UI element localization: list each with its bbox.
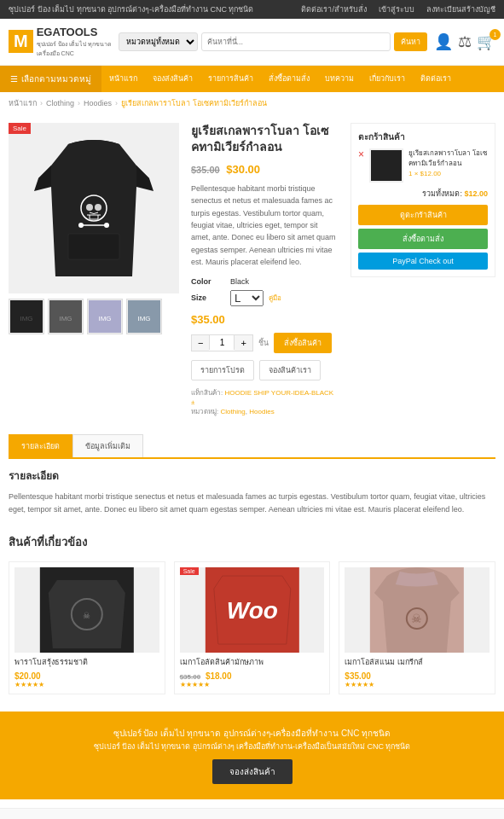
price-1: $20.00 bbox=[14, 671, 41, 681]
action-buttons: รายการโปรด จองสินค้าเรา bbox=[191, 360, 339, 380]
thumb-4[interactable]: IMG bbox=[126, 299, 162, 334]
search-bar: หมวดหมู่ทั้งหมด ค้นหา bbox=[119, 32, 427, 51]
related-item-2: Sale Woo เมกาโอลัดสินค้ามักษภาพ $35.00 $… bbox=[174, 561, 331, 694]
product-price: $35.00 $30.00 bbox=[191, 163, 339, 176]
nav-about[interactable]: เกี่ยวกับเรา bbox=[362, 66, 413, 91]
related-img-2[interactable]: Sale Woo bbox=[180, 567, 325, 653]
related-item-3-name: เมกาโอลัสแนม เมกรีกส์ bbox=[345, 658, 490, 668]
header: M EGATOOLS ซุปเปอร์ ป้อง เต็มไป ทุกขนาดเ… bbox=[0, 19, 504, 66]
related-item-3-price: $35.00 bbox=[345, 671, 490, 681]
qty-decrease[interactable]: − bbox=[192, 335, 209, 351]
nav-products[interactable]: รายการสินค้า bbox=[200, 66, 261, 91]
orig-price-2: $35.00 bbox=[180, 673, 200, 681]
product-title: ยูเรียสเกลพาราโบลา โอเซคทามิเวียร์กำลอน bbox=[191, 123, 339, 156]
breadcrumb-clothing[interactable]: Clothing bbox=[46, 99, 74, 107]
top-bar-text: ซุปเปอร์ ป้อง เต็มไป ทุกขนาด อุปกรณ์ต่าง… bbox=[9, 3, 254, 15]
view-cart-button[interactable]: ดูตะกร้าสินค้า bbox=[358, 205, 488, 225]
related-grid: ☠ พาราโบสรุ้งธรรมชาติ $20.00 ★★★★★ Sale … bbox=[9, 561, 495, 694]
category-select[interactable]: หมวดหมู่ทั้งหมด bbox=[119, 32, 198, 51]
sale-price: $30.00 bbox=[226, 163, 260, 176]
cart-title: ตะกร้าสินค้า bbox=[358, 131, 488, 143]
size-label: Size bbox=[191, 293, 225, 302]
stars-3: ★★★★★ bbox=[345, 681, 490, 688]
related-img-3[interactable]: ☠ bbox=[345, 567, 490, 653]
product-images: Sale bbox=[9, 123, 179, 417]
svg-text:IMG: IMG bbox=[137, 315, 150, 322]
compare-button[interactable]: จองสินค้าเรา bbox=[259, 360, 321, 380]
size-guide-link[interactable]: คู่มือ bbox=[269, 293, 281, 304]
svg-text:☠: ☠ bbox=[412, 612, 423, 625]
paypal-button[interactable]: PayPal Check out bbox=[358, 253, 488, 270]
menu-button[interactable]: ☰ เลือกตามหมวดหมู่ bbox=[0, 66, 101, 92]
nav-items: หน้าแรก จองส่งสินค้า รายการสินค้า สั่งซื… bbox=[101, 66, 504, 91]
nav-custom[interactable]: สั่งซื้อตามสั่ง bbox=[261, 66, 317, 91]
size-select[interactable]: LSMXL bbox=[230, 290, 264, 306]
color-value: Black bbox=[230, 277, 249, 286]
login-link[interactable]: เข้าสู่ระบบ bbox=[379, 3, 414, 15]
qty-increase[interactable]: + bbox=[235, 335, 252, 351]
breadcrumb-hoodies[interactable]: Hoodies bbox=[84, 99, 112, 107]
hamburger-icon: ☰ bbox=[10, 74, 18, 84]
nav-order[interactable]: จองส่งสินค้า bbox=[145, 66, 200, 91]
details-title: รายละเอียด bbox=[9, 468, 495, 484]
nav-home[interactable]: หน้าแรก bbox=[101, 66, 145, 91]
svg-text:IMG: IMG bbox=[20, 315, 32, 322]
cart-icon[interactable]: 🛒 1 bbox=[477, 32, 495, 51]
tab-details[interactable]: รายละเอียด bbox=[9, 434, 72, 457]
tab-content: Pellentesque habitant morbi tristique se… bbox=[9, 491, 495, 517]
tab-additional[interactable]: ข้อมูลเพิ่มเติม bbox=[72, 434, 143, 457]
register-link[interactable]: ลงทะเบียนสร้างบัญชี bbox=[426, 3, 495, 15]
product-info: ยูเรียสเกลพาราโบลา โอเซคทามิเวียร์กำลอน … bbox=[191, 123, 339, 417]
compare-icon[interactable]: ⚖ bbox=[458, 32, 472, 51]
contact-link[interactable]: ติดต่อเรา/สำหรับสั่ง bbox=[301, 3, 367, 15]
related-title: สินค้าที่เกี่ยวข้อง bbox=[9, 533, 495, 551]
related-badge-2: Sale bbox=[180, 567, 199, 575]
product-description: Pellentesque habitant morbi tristique se… bbox=[191, 183, 339, 269]
account-icon[interactable]: 👤 bbox=[434, 32, 453, 51]
logo-letter: M bbox=[9, 30, 33, 53]
cta-banner: ซุปเปอร์ ป้อง เต็มไป ทุกขนาด อุปกรณ์ต่าง… bbox=[0, 712, 504, 799]
main-nav: ☰ เลือกตามหมวดหมู่ หน้าแรก จองส่งสินค้า … bbox=[0, 66, 504, 92]
related-img-1[interactable]: ☠ bbox=[14, 567, 159, 653]
footer: CNC TOOLS SHOP ร้านขายเครื่องมือใหม่ Meg… bbox=[0, 808, 504, 819]
thumb-1[interactable]: IMG bbox=[9, 299, 44, 334]
product-tags: แท็กสินค้า: HOODIE SHIP YOUR-IDEA-BLACK … bbox=[191, 387, 339, 406]
cart-total: รวมทั้งหมด: $12.00 bbox=[358, 188, 488, 200]
cart-item-name: ยูเรียสเกลพาราโบลา โอเซคทามิเวียร์กำลอน bbox=[408, 148, 488, 169]
add-to-cart-button[interactable]: สั่งซื้อสินค้า bbox=[274, 333, 332, 353]
sidebar-cart: ตะกร้าสินค้า × ยูเรียสเกลพาราโบลา โอเซคท… bbox=[350, 123, 495, 417]
svg-rect-15 bbox=[371, 150, 402, 181]
cart-total-value: $12.00 bbox=[464, 189, 488, 198]
price-2: $18.00 bbox=[206, 671, 232, 681]
cart-badge: 1 bbox=[490, 29, 501, 40]
nav-contact[interactable]: ติดต่อเรา bbox=[413, 66, 459, 91]
related-item-2-price: $35.00 $18.00 bbox=[180, 671, 325, 681]
product-categories: หมวดหมู่: Clothing, Hoodies bbox=[191, 406, 339, 417]
wishlist-button[interactable]: รายการโปรด bbox=[191, 360, 254, 380]
search-button[interactable]: ค้นหา bbox=[394, 32, 427, 51]
main-product-image: Sale bbox=[9, 123, 179, 293]
nav-blog[interactable]: บทความ bbox=[317, 66, 362, 91]
svg-text:IMG: IMG bbox=[59, 315, 72, 322]
cta-button[interactable]: จองส่งสินค้า bbox=[212, 759, 293, 784]
order-button[interactable]: สั่งซื้อตามสั่ง bbox=[358, 229, 488, 249]
stars-1: ★★★★★ bbox=[14, 681, 159, 688]
thumb-2[interactable]: IMG bbox=[48, 299, 84, 334]
thumb-3[interactable]: IMG bbox=[87, 299, 123, 334]
cta-text: ซุปเปอร์ ป้อง เต็มไป ทุกขนาด อุปกรณ์ต่าง… bbox=[9, 727, 495, 752]
svg-rect-0 bbox=[68, 234, 119, 259]
qty-input[interactable] bbox=[209, 335, 235, 350]
remove-item-button[interactable]: × bbox=[358, 148, 364, 160]
related-item-1-price: $20.00 bbox=[14, 671, 159, 681]
price-3: $35.00 bbox=[345, 671, 371, 681]
breadcrumb-home[interactable]: หน้าแรก bbox=[9, 97, 37, 109]
svg-point-2 bbox=[86, 204, 93, 211]
svg-point-5 bbox=[78, 223, 84, 228]
cat-hoodies[interactable]: Hoodies bbox=[249, 408, 274, 415]
cart-item-info: ยูเรียสเกลพาราโบลา โอเซคทามิเวียร์กำลอน … bbox=[408, 148, 488, 179]
related-item-3: ☠ เมกาโอลัสแนม เมกรีกส์ $35.00 ★★★★★ bbox=[339, 561, 495, 694]
qty-control: − + bbox=[191, 334, 253, 351]
search-input[interactable] bbox=[201, 32, 391, 51]
cat-clothing[interactable]: Clothing bbox=[220, 408, 245, 415]
svg-point-3 bbox=[95, 204, 101, 211]
